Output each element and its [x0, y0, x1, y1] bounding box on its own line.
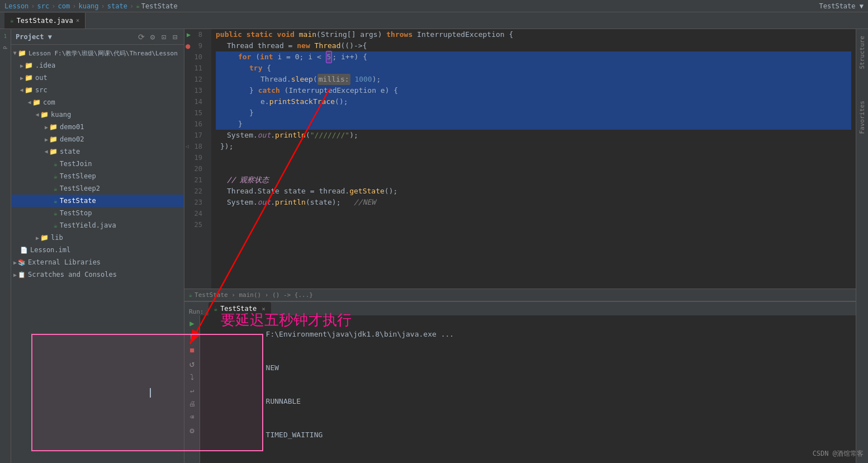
code-line-17: System.out.println("///////"); — [216, 130, 851, 141]
bottom-tabs: Run: ☕ TestState × — [184, 302, 856, 315]
tree-scratches[interactable]: ▶ 📋 Scratches and Consoles — [11, 268, 184, 281]
tree-src[interactable]: ▼ 📁 src — [11, 84, 184, 96]
tree-lesson-iml-label: Lesson.iml — [30, 246, 70, 254]
console-line-path: F:\Environment\java\jdk1.8\bin\java.exe … — [205, 318, 851, 351]
bottom-tab-teststate[interactable]: ☕ TestState × — [208, 302, 271, 315]
sidebar-icon-1[interactable]: 1 — [1, 31, 11, 41]
line-num-8: ▶ 8 — [184, 29, 207, 40]
pause-button[interactable]: ⏸ — [187, 331, 198, 342]
tree-ext-libs[interactable]: ▶ 📚 External Libraries — [11, 256, 184, 268]
tree-lib[interactable]: ▶ 📁 lib — [11, 232, 184, 244]
soft-wrap-button[interactable]: ↵ — [187, 385, 198, 396]
code-line-10: for (int i = 0; i < 5; i++) { — [216, 51, 851, 63]
breadcrumb-com[interactable]: com — [58, 2, 70, 10]
console-line-timed2: TIMED_WAITING — [205, 452, 851, 463]
editor-breadcrumb: ☕ TestState › main() › () -> {...} — [184, 289, 856, 301]
sidebar-icon-2[interactable]: P — [1, 42, 11, 53]
console-output[interactable]: F:\Environment\java\jdk1.8\bin\java.exe … — [200, 315, 856, 463]
tree-testsleep-label: TestSleep — [60, 172, 96, 180]
stop-button[interactable]: ■ — [187, 344, 198, 356]
window-title-label: TestState ▼ — [819, 2, 864, 10]
line-num-25: 25 — [184, 219, 207, 230]
tree-testjoin[interactable]: ☕ TestJoin — [11, 158, 184, 170]
tree-testsleep2[interactable]: ☕ TestSleep2 — [11, 182, 184, 195]
line-num-9: ● 9 — [184, 40, 207, 51]
tree-teststop[interactable]: ☕ TestStop — [11, 207, 184, 219]
breadcrumb-kuang[interactable]: kuang — [78, 2, 98, 10]
tree-testsleep[interactable]: ☕ TestSleep — [11, 170, 184, 182]
line-num-23: 23 — [184, 197, 207, 208]
run-toolbar: ▶ ⏸ ■ ↺ ⤵ ↵ 🖨 ⌫ ⚙ — [184, 315, 200, 463]
breadcrumb-teststate[interactable]: ☕ TestState — [136, 2, 178, 10]
code-line-20 — [216, 163, 851, 174]
code-line-24 — [216, 208, 851, 219]
project-panel: Project ▼ ⟳ ⚙ ⊡ ⊟ ▶ 📁 Lesson F:\教学\班级\网课… — [11, 29, 184, 463]
tree-demo01[interactable]: ▶ 📁 demo01 — [11, 121, 184, 133]
tree-demo02[interactable]: ▶ 📁 demo02 — [11, 133, 184, 145]
code-line-21: // 观察状态 — [216, 174, 851, 186]
tree-root-label: Lesson F:\教学\班级\网课\代码\Thread\Lesson — [29, 49, 178, 58]
tree-out[interactable]: ▶ 📁 out — [11, 72, 184, 84]
line-num-14: 14 — [184, 96, 207, 107]
scroll-end-button[interactable]: ⤵ — [187, 371, 198, 382]
title-bar: Lesson › src › com › kuang › state › ☕ T… — [0, 0, 868, 12]
code-line-9: Thread thread = new Thread(()->{ — [216, 40, 851, 51]
tree-idea[interactable]: ▶ 📁 .idea — [11, 59, 184, 72]
tree-ext-libs-label: External Libraries — [28, 258, 101, 266]
code-line-11: try { — [216, 63, 851, 74]
tree-kuang[interactable]: ▼ 📁 kuang — [11, 108, 184, 121]
code-container: ▶ 8 ● 9 10 11 12 13 14 15 16 17 — [184, 29, 856, 289]
breadcrumb-lesson[interactable]: Lesson — [4, 2, 29, 10]
breakpoint-icon-9[interactable]: ● — [186, 40, 190, 51]
line-num-11: 11 — [184, 63, 207, 74]
bottom-panel: Run: ☕ TestState × ▶ ⏸ ■ ↺ ⤵ — [184, 301, 856, 463]
rerun-button[interactable]: ↺ — [187, 358, 198, 369]
structure-tab[interactable]: Structure — [856, 31, 868, 74]
tree-root[interactable]: ▶ 📁 Lesson F:\教学\班级\网课\代码\Thread\Lesson — [11, 47, 184, 59]
tree-demo02-label: demo02 — [60, 135, 84, 143]
line-num-20: 20 — [184, 163, 207, 174]
bottom-tab-close[interactable]: × — [262, 305, 265, 313]
tree-testjoin-label: TestJoin — [60, 160, 92, 168]
tree-teststate[interactable]: ☕ TestState — [11, 195, 184, 207]
line-num-18: ◁ 18 — [184, 141, 207, 152]
editor-tab-teststate[interactable]: ☕ TestState.java × — [4, 13, 86, 29]
breadcrumb-src[interactable]: src — [37, 2, 50, 10]
tree-com[interactable]: ▼ 📁 com — [11, 96, 184, 108]
tree-demo01-label: demo01 — [60, 123, 84, 131]
tree-idea-label: .idea — [35, 62, 55, 69]
line-num-10: 10 — [184, 51, 207, 63]
code-line-19 — [216, 152, 851, 163]
breadcrumb-state[interactable]: state — [107, 2, 127, 10]
code-line-12: Thread.sleep(millis: 1000); — [216, 74, 851, 85]
collapse-all-button[interactable]: ⊟ — [170, 32, 179, 41]
print-button[interactable]: 🖨 — [187, 398, 198, 409]
run-gutter-icon[interactable]: ▶ — [187, 29, 191, 40]
code-line-8: public static void main(String[] args) t… — [216, 29, 851, 40]
tree-testyield[interactable]: ☕ TestYield.java — [11, 219, 184, 232]
tree-lesson-iml[interactable]: 📄 Lesson.iml — [11, 244, 184, 256]
settings-run-button[interactable]: ⚙ — [187, 425, 198, 436]
code-line-14: e.printStackTrace(); — [216, 96, 851, 107]
project-tree: ▶ 📁 Lesson F:\教学\班级\网课\代码\Thread\Lesson … — [11, 45, 184, 463]
code-line-16: } — [216, 119, 851, 130]
run-button[interactable]: ▶ — [187, 318, 198, 329]
bottom-content: ▶ ⏸ ■ ↺ ⤵ ↵ 🖨 ⌫ ⚙ F:\Environment\java\jd… — [184, 315, 856, 463]
editor-tab-label: TestState.java — [17, 17, 73, 25]
sync-button[interactable]: ⟳ — [137, 32, 146, 41]
code-content[interactable]: public static void main(String[] args) t… — [211, 29, 856, 289]
tree-state-label: state — [60, 148, 80, 155]
tree-scratches-label: Scratches and Consoles — [28, 271, 117, 278]
code-line-23: System.out.println(state); //NEW — [216, 197, 851, 208]
tab-close-button[interactable]: × — [76, 17, 80, 24]
layout-icon[interactable]: ⊡ — [159, 32, 168, 41]
clear-console-button[interactable]: ⌫ — [187, 412, 198, 423]
tree-state[interactable]: ▼ 📁 state — [11, 145, 184, 158]
gear-icon[interactable]: ⚙ — [148, 32, 157, 41]
title-bar-right: TestState ▼ — [819, 2, 864, 10]
console-state-new: NEW — [266, 363, 279, 372]
line-num-22: 22 — [184, 186, 207, 197]
line-num-16: 16 — [184, 119, 207, 130]
line-num-17: 17 — [184, 130, 207, 141]
favorites-tab[interactable]: Favorites — [856, 96, 868, 139]
